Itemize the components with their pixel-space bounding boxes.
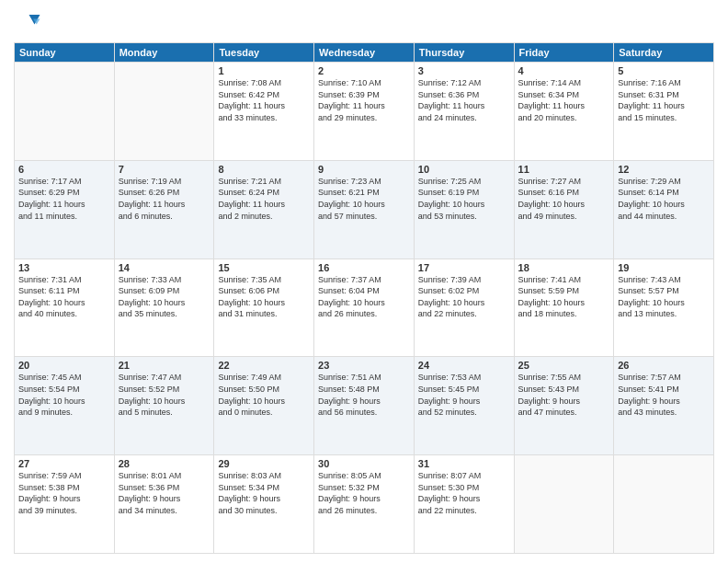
day-number: 8 [218,164,310,175]
day-header-tuesday: Tuesday [214,43,314,63]
day-number: 4 [518,65,610,76]
calendar-cell [114,63,214,161]
calendar-cell: 19Sunrise: 7:43 AM Sunset: 5:57 PM Dayli… [614,259,714,357]
day-number: 30 [318,458,410,469]
day-number: 15 [218,262,310,273]
day-number: 9 [318,164,410,175]
calendar-cell: 23Sunrise: 7:51 AM Sunset: 5:48 PM Dayli… [314,357,415,455]
calendar-cell [15,63,115,161]
cell-info: Sunrise: 7:19 AM Sunset: 6:26 PM Dayligh… [119,176,210,222]
cell-info: Sunrise: 7:14 AM Sunset: 6:34 PM Dayligh… [518,77,610,123]
logo-icon [14,9,41,37]
cell-info: Sunrise: 7:43 AM Sunset: 5:57 PM Dayligh… [618,274,710,320]
day-number: 13 [18,262,110,273]
calendar-cell: 24Sunrise: 7:53 AM Sunset: 5:45 PM Dayli… [414,357,514,455]
cell-info: Sunrise: 7:27 AM Sunset: 6:16 PM Dayligh… [518,176,610,222]
cell-info: Sunrise: 7:16 AM Sunset: 6:31 PM Dayligh… [618,77,710,123]
day-number: 31 [418,458,510,469]
cell-info: Sunrise: 8:01 AM Sunset: 5:36 PM Dayligh… [119,470,210,516]
header [14,9,714,37]
cell-info: Sunrise: 8:07 AM Sunset: 5:30 PM Dayligh… [418,470,510,516]
cell-info: Sunrise: 7:33 AM Sunset: 6:09 PM Dayligh… [119,274,210,320]
calendar-cell: 7Sunrise: 7:19 AM Sunset: 6:26 PM Daylig… [114,160,214,259]
day-number: 29 [218,458,310,469]
day-header-sunday: Sunday [15,43,115,63]
cell-info: Sunrise: 7:31 AM Sunset: 6:11 PM Dayligh… [18,274,110,320]
day-header-saturday: Saturday [614,43,714,63]
calendar-cell: 9Sunrise: 7:23 AM Sunset: 6:21 PM Daylig… [314,160,415,259]
cell-info: Sunrise: 8:03 AM Sunset: 5:34 PM Dayligh… [218,470,310,516]
day-header-friday: Friday [514,43,614,63]
calendar-cell: 16Sunrise: 7:37 AM Sunset: 6:04 PM Dayli… [314,259,415,357]
calendar-cell: 26Sunrise: 7:57 AM Sunset: 5:41 PM Dayli… [614,357,714,455]
calendar-cell: 27Sunrise: 7:59 AM Sunset: 5:38 PM Dayli… [15,455,115,554]
calendar-cell [614,455,714,554]
calendar-cell: 3Sunrise: 7:12 AM Sunset: 6:36 PM Daylig… [414,63,514,161]
cell-info: Sunrise: 7:39 AM Sunset: 6:02 PM Dayligh… [418,274,510,320]
calendar-week-row: 1Sunrise: 7:08 AM Sunset: 6:42 PM Daylig… [15,63,714,161]
day-header-thursday: Thursday [414,43,514,63]
day-number: 12 [618,164,710,175]
calendar-cell: 15Sunrise: 7:35 AM Sunset: 6:06 PM Dayli… [214,259,314,357]
day-number: 2 [318,65,410,76]
day-number: 5 [618,65,710,76]
cell-info: Sunrise: 7:45 AM Sunset: 5:54 PM Dayligh… [18,372,110,418]
day-number: 21 [119,360,210,371]
day-number: 20 [18,360,110,371]
day-header-monday: Monday [114,43,214,63]
day-number: 6 [18,164,110,175]
calendar-cell: 12Sunrise: 7:29 AM Sunset: 6:14 PM Dayli… [614,160,714,259]
calendar-cell: 22Sunrise: 7:49 AM Sunset: 5:50 PM Dayli… [214,357,314,455]
day-number: 22 [218,360,310,371]
calendar-cell [514,455,614,554]
calendar-cell: 1Sunrise: 7:08 AM Sunset: 6:42 PM Daylig… [214,63,314,161]
cell-info: Sunrise: 7:23 AM Sunset: 6:21 PM Dayligh… [318,176,410,222]
calendar-cell: 11Sunrise: 7:27 AM Sunset: 6:16 PM Dayli… [514,160,614,259]
day-number: 26 [618,360,710,371]
cell-info: Sunrise: 7:53 AM Sunset: 5:45 PM Dayligh… [418,372,510,418]
calendar-cell: 25Sunrise: 7:55 AM Sunset: 5:43 PM Dayli… [514,357,614,455]
page: SundayMondayTuesdayWednesdayThursdayFrid… [0,0,728,563]
calendar-cell: 21Sunrise: 7:47 AM Sunset: 5:52 PM Dayli… [114,357,214,455]
cell-info: Sunrise: 7:10 AM Sunset: 6:39 PM Dayligh… [318,77,410,123]
calendar-cell: 29Sunrise: 8:03 AM Sunset: 5:34 PM Dayli… [214,455,314,554]
calendar-cell: 4Sunrise: 7:14 AM Sunset: 6:34 PM Daylig… [514,63,614,161]
cell-info: Sunrise: 7:25 AM Sunset: 6:19 PM Dayligh… [418,176,510,222]
cell-info: Sunrise: 7:29 AM Sunset: 6:14 PM Dayligh… [618,176,710,222]
day-number: 3 [418,65,510,76]
day-number: 7 [119,164,210,175]
day-number: 11 [518,164,610,175]
cell-info: Sunrise: 7:41 AM Sunset: 5:59 PM Dayligh… [518,274,610,320]
calendar-cell: 14Sunrise: 7:33 AM Sunset: 6:09 PM Dayli… [114,259,214,357]
cell-info: Sunrise: 7:47 AM Sunset: 5:52 PM Dayligh… [119,372,210,418]
day-number: 25 [518,360,610,371]
day-number: 16 [318,262,410,273]
day-number: 14 [119,262,210,273]
day-number: 27 [18,458,110,469]
calendar-cell: 30Sunrise: 8:05 AM Sunset: 5:32 PM Dayli… [314,455,415,554]
day-number: 23 [318,360,410,371]
calendar-cell: 13Sunrise: 7:31 AM Sunset: 6:11 PM Dayli… [15,259,115,357]
cell-info: Sunrise: 7:59 AM Sunset: 5:38 PM Dayligh… [18,470,110,516]
day-number: 17 [418,262,510,273]
cell-info: Sunrise: 7:12 AM Sunset: 6:36 PM Dayligh… [418,77,510,123]
calendar-cell: 8Sunrise: 7:21 AM Sunset: 6:24 PM Daylig… [214,160,314,259]
calendar-week-row: 6Sunrise: 7:17 AM Sunset: 6:29 PM Daylig… [15,160,714,259]
calendar-cell: 28Sunrise: 8:01 AM Sunset: 5:36 PM Dayli… [114,455,214,554]
calendar-cell: 31Sunrise: 8:07 AM Sunset: 5:30 PM Dayli… [414,455,514,554]
cell-info: Sunrise: 7:35 AM Sunset: 6:06 PM Dayligh… [218,274,310,320]
calendar-cell: 6Sunrise: 7:17 AM Sunset: 6:29 PM Daylig… [15,160,115,259]
cell-info: Sunrise: 7:08 AM Sunset: 6:42 PM Dayligh… [218,77,310,123]
day-number: 19 [618,262,710,273]
calendar-cell: 5Sunrise: 7:16 AM Sunset: 6:31 PM Daylig… [614,63,714,161]
calendar-cell: 10Sunrise: 7:25 AM Sunset: 6:19 PM Dayli… [414,160,514,259]
cell-info: Sunrise: 8:05 AM Sunset: 5:32 PM Dayligh… [318,470,410,516]
cell-info: Sunrise: 7:37 AM Sunset: 6:04 PM Dayligh… [318,274,410,320]
cell-info: Sunrise: 7:49 AM Sunset: 5:50 PM Dayligh… [218,372,310,418]
day-header-wednesday: Wednesday [314,43,415,63]
cell-info: Sunrise: 7:55 AM Sunset: 5:43 PM Dayligh… [518,372,610,418]
calendar: SundayMondayTuesdayWednesdayThursdayFrid… [14,42,714,554]
day-number: 24 [418,360,510,371]
calendar-cell: 18Sunrise: 7:41 AM Sunset: 5:59 PM Dayli… [514,259,614,357]
calendar-cell: 2Sunrise: 7:10 AM Sunset: 6:39 PM Daylig… [314,63,415,161]
